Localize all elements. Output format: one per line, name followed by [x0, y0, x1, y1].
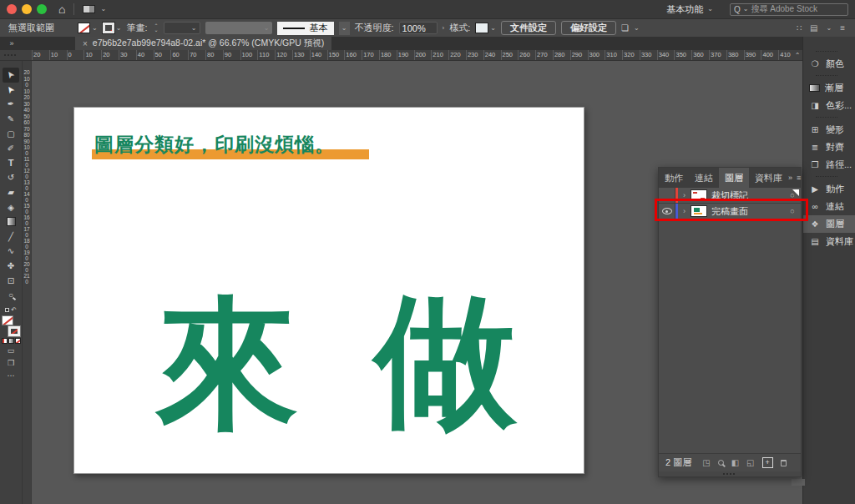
workspace-switcher-icon[interactable]: [83, 5, 95, 13]
rectangle-tool[interactable]: ▢: [0, 126, 22, 141]
ruler-label: 0: [67, 50, 84, 60]
workspace-menu[interactable]: 基本功能 ⌄: [666, 3, 713, 16]
artboard[interactable]: 圖層分類好，印刷沒煩惱。 來 做: [73, 107, 584, 474]
chevron-right-icon[interactable]: ›: [443, 25, 445, 32]
chevron-down-icon[interactable]: ⌄: [490, 25, 496, 32]
eyedropper-tool[interactable]: ╱: [0, 229, 22, 244]
pen-tool[interactable]: ✒: [0, 97, 22, 112]
tab-layers[interactable]: 圖層: [719, 168, 749, 188]
toolbar-collapse-icon[interactable]: »: [0, 37, 23, 50]
tab-libraries[interactable]: 資料庫: [749, 168, 788, 188]
edit-toolbar-icon[interactable]: ⋯: [8, 370, 15, 381]
shape-builder-tool[interactable]: ◈: [0, 199, 22, 214]
collect-for-export-icon[interactable]: ◳: [702, 459, 710, 467]
dock-item-pathfinder[interactable]: ❐ 路徑...: [803, 156, 855, 174]
tab-actions[interactable]: 動作: [659, 168, 689, 188]
touch-workspace-icon[interactable]: ∷: [797, 23, 802, 33]
ruler-label: 20: [23, 70, 31, 76]
screen-mode-icon[interactable]: ❒: [8, 358, 14, 369]
zoom-window-button[interactable]: [37, 4, 47, 14]
new-layer-button[interactable]: +: [762, 457, 773, 468]
fill-indicator-icon[interactable]: [2, 315, 13, 325]
curvature-tool[interactable]: ✎: [0, 112, 22, 127]
stroke-swatch-icon[interactable]: [103, 23, 114, 33]
home-icon[interactable]: ⌂: [58, 3, 65, 15]
dock-drag-handle[interactable]: [803, 174, 855, 180]
chevron-up-icon[interactable]: ⌃: [792, 50, 802, 60]
direct-selection-tool[interactable]: ➤: [0, 83, 22, 98]
fill-color-control[interactable]: ⌄: [78, 23, 98, 33]
style-control[interactable]: ⌄: [475, 23, 496, 33]
dock-item-gradient[interactable]: 漸層: [803, 79, 855, 97]
dock-item-align[interactable]: ≣ 對齊: [803, 139, 855, 156]
dock-drag-handle[interactable]: [803, 73, 855, 79]
dock-item-color-guide[interactable]: ◨ 色彩...: [803, 97, 855, 114]
selection-tool[interactable]: ➤: [3, 68, 19, 83]
new-sublayer-icon[interactable]: ◱: [746, 459, 754, 467]
make-mask-icon[interactable]: ◧: [731, 459, 739, 467]
drawing-modes-icon[interactable]: ▭: [8, 345, 15, 356]
rotate-tool[interactable]: ↺: [0, 170, 22, 185]
stroke-weight-field[interactable]: ⌄: [164, 22, 200, 34]
dock-item-links[interactable]: ∞ 連結: [803, 198, 855, 215]
stroke-indicator-icon[interactable]: [8, 326, 20, 336]
gradient-tool[interactable]: ▨: [0, 214, 22, 229]
stroke-weight-stepper[interactable]: ⌃⌄: [154, 24, 158, 33]
blend-tool[interactable]: ∿: [0, 244, 22, 259]
adobe-stock-search[interactable]: Q ⌄ 搜尋 Adobe Stock: [730, 3, 848, 16]
tab-links[interactable]: 連結: [689, 168, 719, 188]
chevron-down-icon[interactable]: ⌄: [634, 25, 640, 32]
dock-item-layers[interactable]: ❖ 圖層: [803, 215, 855, 233]
delete-layer-button[interactable]: [781, 460, 787, 466]
control-menu-icon[interactable]: ≡: [840, 23, 845, 33]
panel-corner-indicator: [792, 189, 799, 196]
horizontal-ruler[interactable]: 2010010203040506070809010011012013014015…: [0, 50, 802, 61]
dock-drag-handle[interactable]: [803, 48, 855, 55]
chevron-down-icon[interactable]: ⌄: [191, 25, 197, 32]
stroke-color-control[interactable]: ⌄: [103, 23, 122, 33]
chevron-down-icon[interactable]: ⌄: [92, 25, 98, 32]
paintbrush-tool[interactable]: ✐: [0, 141, 22, 156]
zoom-tool[interactable]: ○: [0, 288, 22, 303]
symbol-sprayer-tool[interactable]: ✤: [0, 259, 22, 274]
default-swatches-icon[interactable]: ↶: [5, 306, 17, 314]
dock-item-libraries[interactable]: ▤ 資料庫: [803, 233, 855, 250]
document-setup-button[interactable]: 文件設定: [501, 21, 556, 35]
close-window-button[interactable]: [7, 4, 17, 14]
brush-dropdown-button[interactable]: ⌄: [339, 22, 350, 35]
type-tool[interactable]: T: [0, 156, 22, 171]
brush-definition-dropdown[interactable]: 基本: [277, 22, 334, 35]
collapse-panel-icon[interactable]: »: [788, 174, 792, 182]
panel-resize-handle[interactable]: [659, 471, 801, 476]
style-swatch-icon[interactable]: [475, 23, 488, 33]
chevron-down-icon[interactable]: ⌄: [100, 6, 106, 13]
canvas-area[interactable]: ➤➤✒✎▢✐T↺▰◈▨╱∿✤⊡○ ↶ ▭ ❒: [0, 61, 802, 504]
panel-resize-grip[interactable]: [792, 479, 805, 486]
minimize-window-button[interactable]: [22, 4, 32, 14]
big-character-2[interactable]: 做: [375, 290, 517, 431]
eraser-tool[interactable]: ▰: [0, 185, 22, 200]
fill-stroke-swatches[interactable]: [2, 315, 20, 336]
artboard-tool[interactable]: ⊡: [0, 273, 22, 288]
panel-menu-icon[interactable]: ≡: [797, 174, 801, 182]
headline-text[interactable]: 圖層分類好，印刷沒煩惱。: [94, 132, 335, 158]
big-character-1[interactable]: 來: [156, 293, 298, 435]
none-button[interactable]: [15, 338, 21, 344]
document-tab[interactable]: × e7b6b2e7ab99e794a8-02.ai* @ 66.67% (CM…: [75, 37, 331, 50]
arrange-documents-icon[interactable]: ▤: [810, 23, 817, 33]
select-similar-icon[interactable]: ❏: [621, 23, 629, 33]
dock-item-transform[interactable]: ⊞ 變形: [803, 121, 855, 139]
preferences-button[interactable]: 偏好設定: [561, 21, 616, 35]
gradient-button[interactable]: [8, 338, 14, 344]
chevron-down-icon[interactable]: ⌄: [116, 25, 122, 32]
chevron-down-icon[interactable]: ⌄: [826, 25, 832, 32]
vertical-ruler[interactable]: 2010010203040506070809010011012013014015…: [23, 61, 32, 504]
opacity-field[interactable]: 100%: [399, 22, 438, 34]
close-icon[interactable]: ×: [83, 39, 88, 48]
dock-item-actions[interactable]: ▶ 動作: [803, 180, 855, 198]
locate-object-icon[interactable]: [718, 460, 724, 466]
fill-swatch-icon[interactable]: [78, 23, 90, 33]
color-button[interactable]: [2, 338, 8, 344]
dock-drag-handle[interactable]: [803, 114, 855, 121]
dock-item-color[interactable]: ❍ 顏色: [803, 55, 855, 73]
